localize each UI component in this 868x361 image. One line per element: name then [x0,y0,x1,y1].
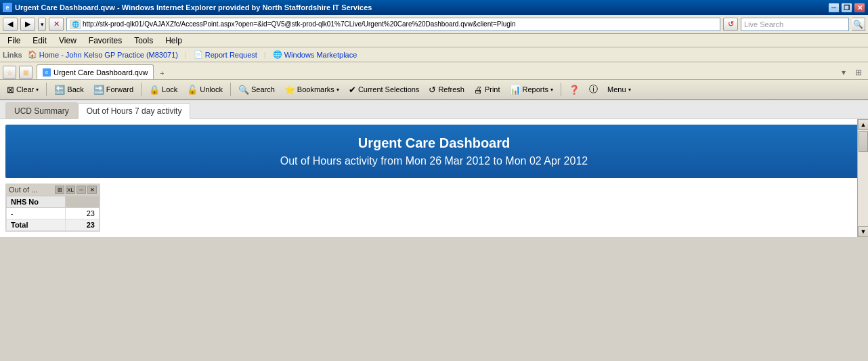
home-icon: 🏠 [28,50,37,60]
menu-dropdown-arrow: ▾ [628,87,631,93]
clear-dropdown-arrow: ▾ [36,87,39,93]
nav-dropdown[interactable]: ▾ [38,18,46,31]
reports-label: Reports [523,85,549,93]
tab-out-of-hours[interactable]: Out of Hours 7 day activity [78,103,191,119]
main-content: Urgent Care Dashboard Out of Hours activ… [0,119,868,237]
col-header-label: NHS No [7,196,66,208]
table-row: - 23 [7,208,100,219]
table-icon-minimize[interactable]: ─ [77,186,86,194]
table-total-row: Total 23 [7,219,100,231]
restore-button[interactable]: ❐ [841,3,852,13]
total-value: 23 [66,219,100,231]
scroll-thumb[interactable] [859,131,868,152]
close-button[interactable]: ✕ [854,3,865,13]
current-selections-label: Current Selections [358,85,420,93]
search-placeholder: Live Search [744,20,783,28]
reports-button[interactable]: 📊 Reports ▾ [506,81,558,98]
tab-out-of-hours-label: Out of Hours 7 day activity [87,106,182,116]
quick-tabs-icon[interactable]: ⊞ [852,66,865,79]
lock-button[interactable]: 🔒 Lock [145,81,181,98]
link-marketplace[interactable]: 🌐 Windows Marketplace [273,50,357,60]
title-bar: e Urgent Care Dashboard.qvw - Windows In… [0,0,868,15]
scrollbar[interactable]: ▲ ▼ [857,119,868,237]
data-table: NHS No - 23 Total 23 [6,196,100,231]
separator-1 [46,83,47,96]
menu-bar: File Edit View Favorites Tools Help [0,34,868,47]
refresh-qv-label: Refresh [438,85,464,93]
menu-edit[interactable]: Edit [30,35,49,46]
search-qv-label: Search [251,85,275,93]
title-bar-buttons[interactable]: ─ ❐ ✕ [828,3,865,13]
current-selections-button[interactable]: ✔ Current Selections [345,81,424,98]
clear-icon: ⊠ [7,85,14,95]
help-qv-button[interactable]: ❓ [565,81,584,98]
search-qv-icon: 🔍 [238,85,249,95]
scroll-down-button[interactable]: ▼ [858,226,868,237]
scroll-up-button[interactable]: ▲ [858,119,868,130]
table-header-row: Out of ... ⊞ XL ─ ✕ [6,184,100,196]
reports-icon: 📊 [510,85,521,95]
search-box[interactable]: Live Search [741,18,849,31]
tab-list-icon[interactable]: ▾ [837,66,850,79]
title-bar-left: e Urgent Care Dashboard.qvw - Windows In… [3,3,372,12]
bookmarks-dropdown-arrow: ▾ [337,87,339,93]
bookmarks-button[interactable]: ⭐ Bookmarks ▾ [280,81,343,98]
dashboard-banner: Urgent Care Dashboard Out of Hours activ… [5,125,863,178]
table-icon-xl[interactable]: XL [66,186,75,194]
stop-button[interactable]: ✕ [49,18,64,31]
address-bar[interactable]: 🌐 http://stk-prod-qlk01/QvAJAXZfc/Access… [66,18,720,31]
search-go-button[interactable]: 🔍 [852,18,865,31]
dashboard-title: Urgent Care Dashboard [16,135,852,151]
qv-tab-bar: UCD Summary Out of Hours 7 day activity [0,100,868,119]
current-selections-icon: ✔ [349,85,356,95]
back-qv-icon: 🔙 [54,85,65,95]
tab-ucd-summary[interactable]: UCD Summary [5,102,78,119]
favorite-icons: ☆ ⊞ [3,66,32,79]
tab-label: Urgent Care Dashboard.qvw [53,68,148,77]
separator-3 [230,83,231,96]
unlock-button[interactable]: 🔓 Unlock [183,81,227,98]
link-marketplace-text: Windows Marketplace [284,51,357,59]
menu-view[interactable]: View [57,35,79,46]
tab-ucd-summary-label: UCD Summary [14,106,69,116]
back-button[interactable]: ◀ [3,18,18,31]
about-icon: ⓘ [589,83,598,95]
search-qv-button[interactable]: 🔍 Search [234,81,279,98]
table-icon-expand[interactable]: ⊞ [55,186,64,194]
separator-2 [141,83,142,96]
menu-file[interactable]: File [5,35,22,46]
url-text: http://stk-prod-qlk01/QvAJAXZfc/AccessPo… [83,20,516,28]
help-qv-icon: ❓ [569,85,580,95]
favorite-feeds-button[interactable]: ⊞ [19,66,32,79]
minimize-button[interactable]: ─ [828,3,840,13]
about-button[interactable]: ⓘ [585,81,602,98]
back-qv-button[interactable]: 🔙 Back [50,81,87,98]
browser-tab-active[interactable]: e Urgent Care Dashboard.qvw [37,64,154,79]
new-tab-button[interactable]: + [155,67,169,79]
tab-bar: ☆ ⊞ e Urgent Care Dashboard.qvw + ▾ ⊞ [0,62,868,80]
window-title: Urgent Care Dashboard.qvw - Windows Inte… [15,3,372,12]
link-home[interactable]: 🏠 Home - John Kelso GP Practice (M83071) [28,50,178,60]
marketplace-icon: 🌐 [273,50,282,60]
report-icon: 📄 [194,50,203,60]
tab-bar-right: ▾ ⊞ [837,66,865,79]
back-qv-label: Back [67,85,83,93]
row-label: - [7,208,66,219]
refresh-qv-icon: ↺ [429,85,436,95]
menu-tools[interactable]: Tools [132,35,155,46]
menu-button[interactable]: Menu ▾ [603,81,635,98]
link-report[interactable]: 📄 Report Request [194,50,257,60]
menu-favorites[interactable]: Favorites [87,35,124,46]
forward-qv-button[interactable]: 🔜 Forward [89,81,137,98]
print-button[interactable]: 🖨 Print [470,81,504,98]
clear-button[interactable]: ⊠ Clear ▾ [3,81,43,98]
refresh-qv-button[interactable]: ↺ Refresh [425,81,469,98]
forward-button[interactable]: ▶ [20,18,35,31]
data-table-container: Out of ... ⊞ XL ─ ✕ NHS No - 23 [5,184,100,232]
link-separator-2: | [264,51,266,59]
add-favorite-button[interactable]: ☆ [3,66,16,79]
lock-label: Lock [162,85,177,93]
menu-help[interactable]: Help [163,35,184,46]
table-icon-close[interactable]: ✕ [87,186,97,194]
refresh-button[interactable]: ↺ [723,18,738,31]
